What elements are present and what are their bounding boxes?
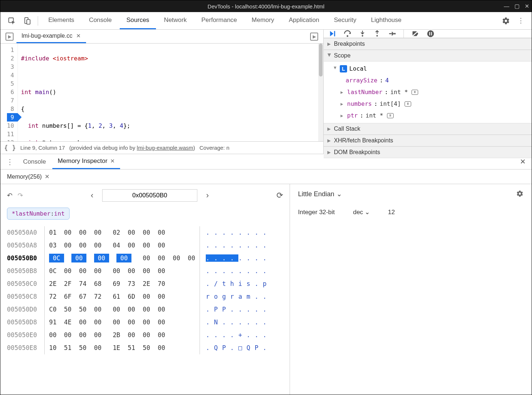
svg-point-9 — [427, 30, 434, 37]
svg-point-5 — [362, 35, 363, 37]
memory-tab-bar: Memory(256)✕ — [0, 169, 532, 184]
scope-lastNumber[interactable]: ▶lastNumber: int *⠿ — [324, 86, 532, 98]
code-lines[interactable]: #include <iostream> int main() { int num… — [18, 44, 323, 141]
svg-rect-3 — [334, 31, 335, 37]
maximize-icon[interactable]: ▢ — [514, 3, 520, 10]
svg-point-6 — [376, 35, 378, 37]
tab-console[interactable]: Console — [82, 12, 118, 29]
tab-sources[interactable]: Sources — [120, 12, 156, 29]
xhr-header[interactable]: ▶XHR/fetch Breakpoints — [324, 135, 532, 146]
tab-security[interactable]: Security — [327, 12, 363, 29]
next-page-icon[interactable]: › — [202, 191, 212, 200]
line-gutter: 1234 5678 9101112 — [0, 44, 18, 141]
format-selector[interactable]: dec⌄ — [353, 208, 369, 216]
drawer-tab-strip: ⋮ Console Memory Inspector✕ ✕ — [0, 154, 532, 169]
status-bar: { } Line 9, Column 17 (provided via debu… — [0, 141, 323, 154]
close-icon[interactable]: ✕ — [45, 173, 49, 180]
code-editor[interactable]: 1234 5678 9101112 #include <iostream> in… — [0, 44, 323, 141]
highlight-chip[interactable]: *lastNumber: int — [7, 208, 70, 220]
scope-numbers[interactable]: ▶numbers: int[4]⠿ — [324, 98, 532, 110]
hex-viewer: ↶ ↷ ‹ › ⟳ *lastNumber: int 005050A000505… — [0, 184, 290, 395]
callstack-header[interactable]: ▶Call Stack — [324, 123, 532, 135]
tab-elements[interactable]: Elements — [42, 12, 81, 29]
window-title: DevTools - localhost:4000/lmi-bug-exampl… — [208, 3, 324, 10]
close-icon[interactable]: ✕ — [76, 33, 81, 39]
memory-icon[interactable]: ⠿ — [405, 101, 411, 107]
drawer-close-icon[interactable]: ✕ — [517, 155, 529, 168]
step-icon[interactable] — [388, 30, 396, 38]
file-tab[interactable]: lmi-bug-example.cc ✕ — [16, 30, 86, 43]
scope-ptr[interactable]: ▶ptr: int *⠿ — [324, 110, 532, 122]
file-tab-bar: ▶ lmi-bug-example.cc ✕ ▶ — [0, 30, 323, 44]
integer-type: Integer 32-bit — [298, 209, 335, 216]
tab-application[interactable]: Application — [282, 12, 326, 29]
tab-network[interactable]: Network — [157, 12, 193, 29]
value-interpreter: Little Endian⌄ Integer 32-bit dec⌄ 12 — [290, 184, 532, 395]
chevron-down-icon: ⌄ — [365, 208, 370, 216]
memory-tab[interactable]: Memory(256)✕ — [3, 169, 54, 184]
pretty-print-icon[interactable]: { } — [4, 144, 16, 152]
refresh-icon[interactable]: ⟳ — [276, 191, 283, 200]
svg-rect-11 — [431, 32, 432, 35]
address-input[interactable] — [102, 189, 197, 202]
main-tab-strip: Elements Console Sources Network Perform… — [0, 12, 532, 30]
file-tab-name: lmi-bug-example.cc — [22, 33, 72, 39]
memory-icon[interactable]: ⠿ — [412, 90, 418, 95]
wasm-link[interactable]: lmi-bug-example.wasm — [137, 145, 193, 151]
scope-header[interactable]: ▶Scope — [324, 50, 532, 62]
step-into-icon[interactable] — [359, 30, 366, 38]
svg-point-7 — [394, 33, 396, 35]
breakpoints-header[interactable]: ▶Breakpoints — [324, 38, 532, 50]
snippets-icon[interactable]: ▶ — [310, 33, 318, 41]
scope-arraySize[interactable]: arraySize: 4 — [324, 75, 532, 86]
window-titlebar: DevTools - localhost:4000/lmi-bug-exampl… — [0, 0, 532, 12]
chevron-down-icon: ⌄ — [336, 190, 342, 198]
undo-icon[interactable]: ↶ — [7, 191, 12, 200]
endianness-selector[interactable]: Little Endian⌄ — [298, 190, 524, 198]
cursor-position: Line 9, Column 17 — [21, 145, 65, 151]
hex-table[interactable]: 005050A0005050A8005050B0005050B8005050C0… — [7, 226, 283, 354]
svg-rect-2 — [27, 19, 30, 24]
more-icon[interactable]: ⋮ — [514, 14, 527, 27]
memory-icon[interactable]: ⠿ — [387, 113, 394, 118]
settings-icon[interactable] — [499, 15, 513, 27]
inspect-icon[interactable] — [5, 15, 19, 27]
tab-memory[interactable]: Memory — [245, 12, 280, 29]
drawer-tab-memory-inspector[interactable]: Memory Inspector✕ — [52, 154, 120, 169]
scope-body: ▶LLocal arraySize: 4 ▶lastNumber: int *⠿… — [324, 62, 532, 123]
step-out-icon[interactable] — [373, 30, 381, 38]
code-scrollbar[interactable] — [318, 44, 323, 141]
drawer-tab-console[interactable]: Console — [18, 154, 51, 169]
close-icon[interactable]: ✕ — [110, 158, 115, 164]
prev-page-icon[interactable]: ‹ — [87, 191, 97, 200]
minimize-icon[interactable]: — — [504, 3, 509, 10]
deactivate-breakpoints-icon[interactable] — [411, 30, 419, 38]
step-over-icon[interactable] — [343, 30, 351, 38]
drawer-more-icon[interactable]: ⋮ — [3, 157, 16, 166]
svg-rect-10 — [429, 32, 430, 35]
coverage-text: Coverage: n — [200, 145, 230, 151]
tab-performance[interactable]: Performance — [195, 12, 243, 29]
settings-icon[interactable] — [516, 190, 524, 197]
navigator-icon[interactable]: ▶ — [5, 33, 14, 41]
close-icon[interactable]: ✕ — [525, 3, 529, 10]
tab-lighthouse[interactable]: Lighthouse — [364, 12, 408, 29]
resume-icon[interactable] — [328, 30, 336, 38]
debug-info-text: (provided via debug info by lmi-bug-exam… — [69, 145, 195, 151]
debugger-sidebar: ▶Breakpoints ▶Scope ▶LLocal arraySize: 4… — [324, 30, 532, 154]
device-icon[interactable] — [20, 15, 34, 27]
scope-local[interactable]: ▶LLocal — [324, 63, 532, 75]
redo-icon[interactable]: ↷ — [18, 191, 23, 200]
svg-point-4 — [347, 35, 349, 37]
value: 12 — [388, 209, 395, 216]
pause-exceptions-icon[interactable] — [427, 30, 435, 38]
